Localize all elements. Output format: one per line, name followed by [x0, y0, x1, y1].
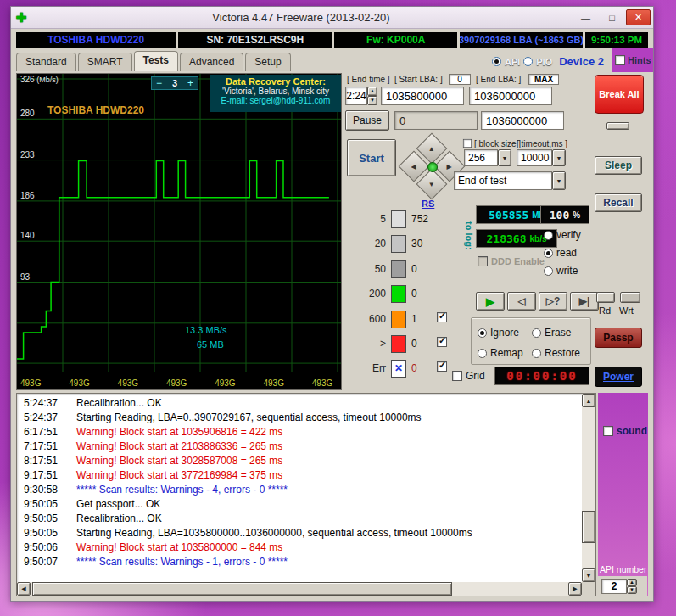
mode-write-radio[interactable]: write	[544, 265, 581, 277]
start-lba-input[interactable]: 1035800000	[381, 87, 464, 105]
graph-svg	[17, 74, 341, 386]
block-size-select[interactable]: 256▼	[464, 149, 511, 166]
hscroll-track[interactable]	[31, 582, 568, 596]
tab-smart[interactable]: SMART	[78, 53, 132, 71]
zoom-out-button[interactable]: −	[156, 78, 162, 88]
window-title: Victoria 4.47 Freeware (2013-02-20)	[29, 11, 573, 24]
wrt-indicator-button[interactable]	[620, 292, 640, 303]
vscroll-track[interactable]	[582, 407, 595, 568]
rd-label: Rd	[599, 305, 611, 316]
vscroll-thumb[interactable]	[582, 511, 595, 543]
sound-checkbox[interactable]	[603, 426, 613, 436]
end-time-value[interactable]: 2:24	[345, 87, 367, 105]
titlebar[interactable]: ✚ Victoria 4.47 Freeware (2013-02-20) — …	[11, 7, 653, 29]
api-number-down-button[interactable]: ▼	[627, 586, 637, 594]
api-number-up-button[interactable]: ▲	[627, 579, 637, 586]
action-remap-radio[interactable]: Remap	[478, 343, 532, 363]
action-ignore-radio[interactable]: Ignore	[478, 322, 532, 343]
sleep-button[interactable]: Sleep	[595, 156, 642, 175]
api-number-spinner[interactable]: 2 ▲▼	[601, 579, 637, 594]
latency-row: >0	[354, 333, 455, 358]
scroll-up-icon[interactable]: ▲	[582, 394, 595, 407]
rd-indicator-button[interactable]	[596, 292, 615, 303]
graph-annotation-size: 65 MB	[197, 339, 224, 350]
scroll-right-icon[interactable]: ▶	[568, 582, 582, 596]
sound-label: sound	[617, 425, 647, 437]
latency-count: 0	[411, 263, 417, 275]
api-number-value[interactable]: 2	[601, 579, 627, 594]
speed-graph: 326 (Mb/s)28023318614093 493G493G493G493…	[16, 73, 342, 390]
latency-log-checkbox[interactable]	[437, 337, 447, 347]
latency-row: 500	[354, 259, 455, 283]
maximize-button[interactable]: □	[600, 9, 624, 25]
latency-swatch-icon	[391, 335, 406, 353]
tab-standard[interactable]: Standard	[16, 53, 76, 71]
action-restore-radio[interactable]: Restore	[532, 343, 586, 363]
step-back-button[interactable]: ◁	[507, 292, 536, 311]
end-of-test-select[interactable]: End of test▼	[454, 171, 566, 190]
seek-test-button[interactable]: ▷?	[539, 292, 567, 311]
log-vertical-scrollbar[interactable]: ▲ ▼	[582, 394, 595, 582]
tab-advanced[interactable]: Advanced	[180, 53, 243, 71]
log-entry: 9:50:06Warning! Block start at 103580000…	[17, 541, 582, 556]
seek-center-indicator	[427, 162, 438, 172]
end-time-spinner[interactable]: 2:24 ▲▼	[345, 87, 377, 105]
banner-address: 'Victoria', Belarus, Minsk city	[213, 87, 338, 96]
scroll-left-icon[interactable]: ◀	[17, 582, 31, 596]
block-size-checkbox[interactable]	[463, 139, 472, 148]
banner-email: E-mail: sergei@hdd-911.com	[213, 96, 338, 105]
play-button[interactable]: ▶	[476, 292, 505, 311]
latency-count: 0	[411, 338, 417, 350]
mode-verify-radio[interactable]: verify	[544, 229, 581, 241]
hints-area: Hints	[612, 48, 653, 72]
tab-tests[interactable]: Tests	[134, 51, 178, 71]
timeout-dropdown-icon[interactable]: ▼	[552, 149, 566, 166]
scrollbar-corner	[582, 582, 595, 596]
log-entry: 8:17:51Warning! Block start at 302858700…	[17, 455, 582, 469]
end-time-up-button[interactable]: ▲	[367, 87, 377, 96]
minimize-button[interactable]: —	[573, 9, 598, 25]
log-horizontal-scrollbar[interactable]: ◀ ▶	[17, 582, 582, 596]
device-label: Device 2	[559, 55, 604, 68]
grid-checkbox[interactable]	[452, 371, 462, 381]
start-button[interactable]: Start	[347, 139, 396, 176]
rs-link[interactable]: RS	[422, 199, 434, 209]
pio-radio[interactable]	[523, 57, 533, 66]
ddd-enable-checkbox[interactable]	[478, 256, 488, 266]
current-lba-field: 0	[394, 111, 478, 130]
latency-log-checkbox[interactable]	[437, 312, 447, 322]
pause-button[interactable]: Pause	[345, 110, 389, 131]
latency-swatch-icon	[391, 311, 406, 328]
hscroll-thumb[interactable]	[32, 582, 452, 596]
log-entry: 5:24:37Recalibration... OK	[17, 397, 582, 412]
passport-button[interactable]: Passp	[595, 328, 642, 348]
end-time-down-button[interactable]: ▼	[367, 96, 377, 105]
log-entry: 5:24:37Starting Reading, LBA=0..39070291…	[17, 412, 582, 426]
api-radio[interactable]	[492, 57, 501, 66]
end-lba-input-2[interactable]: 1036000000	[481, 111, 564, 130]
break-all-button[interactable]: Break All	[595, 75, 644, 114]
ddd-enable-label: DDD Enable	[491, 256, 545, 266]
y-axis-label: 93	[20, 272, 30, 282]
end-lba-quick-field[interactable]: MAX	[528, 74, 559, 85]
power-button[interactable]: Power	[595, 367, 642, 387]
start-lba-quick-field[interactable]: 0	[449, 74, 471, 85]
zoom-in-button[interactable]: +	[187, 78, 193, 88]
close-button[interactable]: ✕	[626, 9, 651, 25]
recall-button[interactable]: Recall	[595, 193, 642, 212]
scroll-down-icon[interactable]: ▼	[582, 568, 595, 582]
hints-checkbox[interactable]	[615, 55, 625, 65]
test-control-panel: [ End time ] [ Start LBA: ] 0 [ End LBA:…	[344, 73, 591, 390]
block-size-dropdown-icon[interactable]: ▼	[498, 149, 511, 166]
tab-setup[interactable]: Setup	[245, 53, 290, 71]
tab-bar: StandardSMARTTestsAdvancedSetup API PIO …	[11, 50, 653, 71]
sound-row: sound	[603, 425, 647, 437]
action-erase-radio[interactable]: Erase	[532, 322, 586, 343]
latency-log-checkbox[interactable]	[437, 361, 447, 372]
latency-threshold-label: 600	[354, 313, 386, 325]
mode-read-radio[interactable]: read	[544, 247, 581, 259]
end-lba-input[interactable]: 1036000000	[469, 87, 552, 105]
x-axis-label: 493G	[166, 378, 187, 388]
end-of-test-dropdown-icon[interactable]: ▼	[552, 171, 566, 190]
timeout-select[interactable]: 10000▼	[517, 149, 566, 166]
